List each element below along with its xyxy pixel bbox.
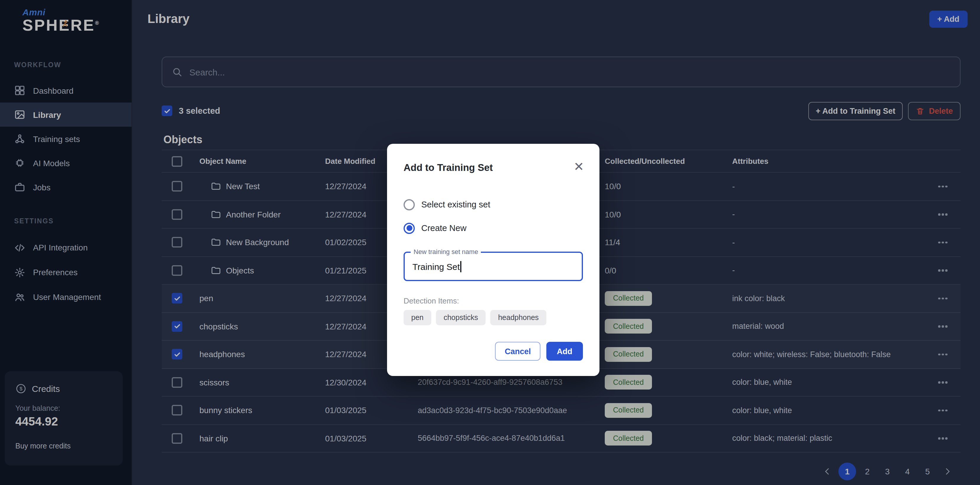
- detection-items-label: Detection Items:: [404, 296, 583, 305]
- app: Amni SPHERE® WORKFLOW Dashboard: [0, 0, 980, 485]
- training-set-name-input[interactable]: New training set name Training Set: [404, 252, 583, 281]
- input-floating-label: New training set name: [410, 248, 481, 255]
- detection-item-chip: chopsticks: [436, 310, 486, 325]
- detection-item-chip: pen: [404, 310, 431, 325]
- option-select-existing-set[interactable]: Select existing set: [404, 197, 583, 212]
- confirm-add-button[interactable]: Add: [546, 342, 583, 361]
- detection-items-list: pen chopsticks headphones: [404, 310, 583, 325]
- option-label: Create New: [421, 223, 466, 233]
- text-cursor: [460, 261, 461, 272]
- dialog-actions: Cancel Add: [404, 342, 583, 361]
- radio-checked-icon: [404, 222, 415, 234]
- close-icon[interactable]: ✕: [571, 159, 587, 174]
- radio-unchecked-icon: [404, 199, 415, 210]
- option-label: Select existing set: [421, 200, 490, 209]
- option-create-new[interactable]: Create New: [404, 221, 583, 235]
- detection-item-chip: headphones: [490, 310, 546, 325]
- dialog-title: Add to Training Set: [404, 162, 583, 174]
- add-to-training-set-dialog: Add to Training Set ✕ Select existing se…: [387, 144, 600, 376]
- cancel-button[interactable]: Cancel: [495, 342, 541, 361]
- input-value: Training Set: [412, 262, 460, 271]
